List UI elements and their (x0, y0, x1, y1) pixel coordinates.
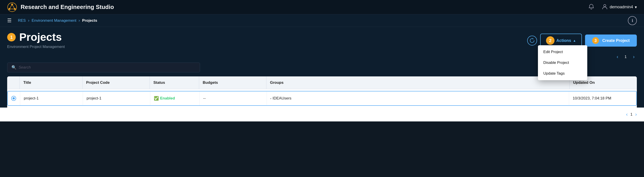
info-button[interactable]: ℹ (628, 16, 637, 25)
step-badge-1: 1 (7, 33, 16, 41)
row-budgets: -- (200, 92, 267, 105)
page-subtitle: Environment Project Management (7, 45, 65, 49)
pagination-next-top[interactable]: › (631, 53, 637, 61)
top-navigation: Research and Engineering Studio demoadmi… (0, 0, 644, 14)
col-budgets: Budgets (199, 76, 266, 89)
dropdown-item-update-tags[interactable]: Update Tags (538, 68, 587, 79)
page-title: Projects (19, 31, 62, 43)
status-enabled: ✅ Enabled (154, 96, 196, 101)
breadcrumb: RES › Environment Management › Projects (18, 18, 97, 23)
projects-table: Title Project Code Status Budgets Groups… (7, 76, 637, 108)
create-project-label: Create Project (602, 38, 630, 43)
step-badge-2: 2 (546, 36, 554, 45)
notifications-button[interactable] (586, 2, 596, 12)
svg-point-7 (604, 4, 606, 7)
breadcrumb-res[interactable]: RES (18, 18, 26, 23)
sub-navigation: ☰ RES › Environment Management › Project… (0, 14, 644, 27)
search-input-wrap: 🔍 (7, 62, 200, 72)
pagination-prev-top[interactable]: ‹ (614, 53, 620, 61)
breadcrumb-sep-1: › (28, 18, 29, 23)
bell-icon (588, 3, 594, 10)
bullet-icon: • (270, 97, 271, 100)
actions-dropdown-wrapper: 2 Actions ▲ Edit Project Disable Project… (540, 34, 582, 47)
actions-arrow: ▲ (573, 39, 576, 42)
radio-dot (12, 97, 15, 99)
pagination-page-bottom: 1 (630, 112, 632, 117)
col-status: Status (150, 76, 199, 89)
pagination-prev-bottom[interactable]: ‹ (626, 112, 628, 117)
top-nav-right: demoadmin4 ▾ (586, 2, 637, 12)
pagination-page-top: 1 (622, 54, 629, 60)
refresh-button[interactable] (527, 36, 537, 45)
row-groups: •IDEAUsers (267, 92, 569, 105)
app-title: Research and Engineering Studio (21, 3, 114, 10)
step-badge-3: 3 (592, 37, 599, 44)
col-project-code: Project Code (82, 76, 150, 89)
row-updated-on: 10/3/2023, 7:04:18 PM (569, 92, 636, 105)
user-dropdown-arrow: ▾ (635, 5, 637, 10)
row-project-code: project-1 (83, 92, 150, 105)
row-select[interactable] (8, 91, 20, 105)
breadcrumb-environment-management[interactable]: Environment Management (32, 18, 76, 23)
page-header: 1 Projects Environment Project Managemen… (0, 27, 644, 49)
pagination-next-bottom[interactable]: › (635, 112, 637, 117)
refresh-icon (530, 38, 534, 43)
col-title: Title (20, 76, 82, 89)
actions-label: Actions (556, 38, 571, 43)
check-circle-icon: ✅ (154, 96, 159, 101)
bottom-pagination: ‹ 1 › (0, 108, 644, 121)
dropdown-item-disable-project[interactable]: Disable Project (538, 57, 587, 68)
top-nav-left: Research and Engineering Studio (7, 2, 114, 12)
breadcrumb-projects: Projects (82, 18, 97, 23)
header-actions: 2 Actions ▲ Edit Project Disable Project… (527, 34, 637, 47)
create-project-button[interactable]: 3 Create Project (585, 34, 637, 47)
search-input[interactable] (18, 65, 196, 70)
res-logo-icon (7, 2, 17, 12)
user-menu-button[interactable]: demoadmin4 ▾ (602, 3, 637, 11)
breadcrumb-sep-2: › (78, 18, 80, 23)
dropdown-item-edit-project[interactable]: Edit Project (538, 47, 587, 57)
svg-line-6 (10, 4, 12, 9)
user-icon (602, 3, 608, 11)
row-title: project-1 (20, 92, 83, 105)
table-row[interactable]: project-1 project-1 ✅ Enabled -- •IDEAUs… (7, 91, 637, 106)
svg-line-4 (12, 4, 15, 9)
search-icon: 🔍 (12, 65, 16, 70)
row-status: ✅ Enabled (150, 91, 200, 105)
col-groups: Groups (266, 76, 570, 89)
page-title-block: 1 Projects Environment Project Managemen… (7, 31, 65, 49)
user-label: demoadmin4 (610, 5, 633, 9)
radio-selected-icon (11, 96, 16, 101)
actions-dropdown-menu: Edit Project Disable Project Update Tags (538, 45, 587, 80)
col-select (7, 76, 20, 89)
hamburger-button[interactable]: ☰ (7, 18, 12, 23)
